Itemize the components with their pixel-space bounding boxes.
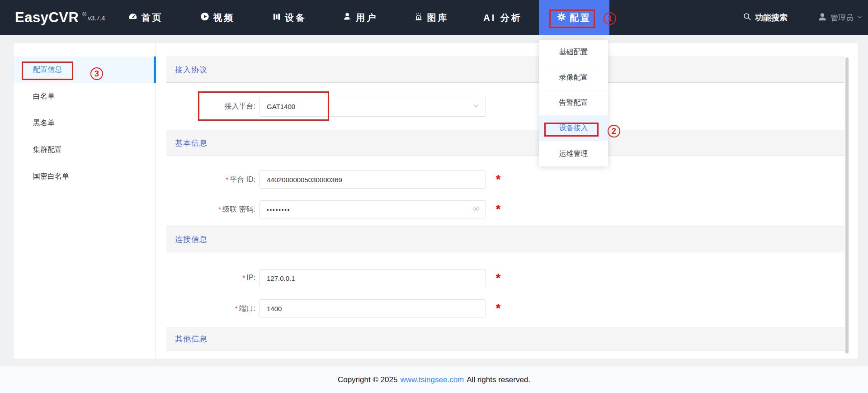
- nav-item-label: AI 分析: [483, 12, 522, 24]
- sidebar-item-blacklist[interactable]: 黑名单: [14, 110, 156, 137]
- nav-item-label: 图库: [427, 12, 449, 24]
- sidebar-item-label: 集群配置: [33, 145, 62, 155]
- platform-id-input[interactable]: 44020000005030000369: [259, 170, 486, 189]
- sidebar-item-label: 黑名单: [33, 118, 55, 128]
- admin-menu[interactable]: 管理员: [817, 0, 863, 35]
- required-asterisk: *: [218, 205, 221, 213]
- platform-id-label: *平台 ID:: [166, 175, 255, 185]
- access-platform-select[interactable]: GAT1400: [259, 96, 486, 117]
- nav-item-video[interactable]: 视频: [200, 0, 235, 35]
- nav-item-label: 首页: [142, 12, 163, 24]
- required-marker: *: [491, 203, 505, 217]
- section-access-protocol: 接入协议: [166, 57, 844, 83]
- nav-item-label: 视频: [213, 12, 235, 24]
- registered-mark: ®: [82, 11, 86, 18]
- input-value: 127.0.0.1: [267, 275, 295, 282]
- nav-item-label: 设备: [285, 12, 307, 24]
- easycvr-config-page: EasyCVR ® v3.7.4 首页 视频 设备 用户: [0, 0, 868, 393]
- gear-icon: [557, 12, 566, 24]
- admin-avatar-icon: [817, 12, 827, 24]
- menu-item-alarm-config[interactable]: 告警配置: [539, 90, 608, 116]
- footer: Copyright © 2025 www.tsingsee.com All ri…: [0, 366, 868, 393]
- device-access-form: 接入协议 接入平台: GAT1400 基本信息 *平台 ID: 44020000…: [156, 43, 858, 359]
- top-navbar: EasyCVR ® v3.7.4 首页 视频 设备 用户: [0, 0, 868, 35]
- play-circle-icon: [200, 12, 210, 24]
- platform-label: 接入平台:: [166, 102, 255, 111]
- app-name: EasyCVR: [15, 9, 79, 26]
- ip-input[interactable]: 127.0.0.1: [259, 269, 486, 287]
- section-title: 接入协议: [175, 65, 208, 75]
- device-bars-icon: [272, 12, 281, 24]
- user-icon: [343, 12, 353, 24]
- port-label: *端口:: [166, 304, 255, 313]
- section-basic-info: 基本信息: [166, 130, 844, 156]
- required-asterisk: *: [243, 274, 245, 281]
- required-asterisk: *: [235, 304, 238, 312]
- chevron-down-icon: [472, 102, 480, 111]
- form-scrollbar[interactable]: [845, 57, 849, 354]
- eye-off-icon[interactable]: [472, 205, 480, 214]
- cascade-password-label: *级联 密码:: [166, 205, 255, 214]
- search-label: 功能搜索: [755, 12, 788, 23]
- section-other-info: 其他信息: [166, 327, 844, 350]
- admin-label: 管理员: [830, 13, 854, 23]
- settings-sidebar: 配置信息 白名单 黑名单 集群配置 国密白名单: [14, 43, 156, 359]
- app-logo[interactable]: EasyCVR ® v3.7.4: [15, 0, 105, 35]
- nav-item-config-active[interactable]: 配置: [539, 0, 609, 35]
- nav-item-label: 用户: [356, 12, 378, 24]
- section-title: 其他信息: [175, 334, 208, 344]
- required-asterisk: *: [226, 175, 228, 183]
- password-dots: ••••••••: [267, 206, 290, 213]
- input-value: 44020000005030000369: [267, 176, 342, 184]
- section-title: 基本信息: [175, 138, 208, 148]
- sidebar-item-gm-whitelist[interactable]: 国密白名单: [14, 163, 156, 190]
- menu-item-device-access[interactable]: 设备接入: [539, 116, 608, 141]
- select-value: GAT1400: [267, 103, 295, 110]
- nav-item-home[interactable]: 首页: [128, 0, 163, 35]
- nav-item-device[interactable]: 设备: [272, 0, 307, 35]
- gallery-beacon-icon: [414, 12, 424, 24]
- nav-item-gallery[interactable]: 图库: [414, 0, 449, 35]
- nav-item-ai-analysis[interactable]: AI 分析: [483, 0, 522, 35]
- sidebar-item-label: 白名单: [33, 92, 55, 101]
- config-dropdown-menu: 基础配置 录像配置 告警配置 设备接入 运维管理: [539, 40, 608, 166]
- required-marker: *: [491, 302, 505, 316]
- function-search[interactable]: 功能搜索: [743, 0, 788, 35]
- sidebar-item-whitelist[interactable]: 白名单: [14, 83, 156, 110]
- required-marker: *: [491, 271, 505, 285]
- sidebar-item-config-info[interactable]: 配置信息: [14, 57, 156, 83]
- nav-item-user[interactable]: 用户: [343, 0, 378, 35]
- chevron-down-icon: [857, 13, 863, 22]
- copyright-suffix: All rights reserved.: [467, 375, 530, 384]
- menu-item-record-config[interactable]: 录像配置: [539, 65, 608, 90]
- sidebar-item-cluster-config[interactable]: 集群配置: [14, 137, 156, 163]
- copyright-prefix: Copyright © 2025: [338, 375, 398, 384]
- nav-item-label: 配置: [570, 12, 591, 24]
- sidebar-item-label: 国密白名单: [33, 172, 69, 181]
- tsingsee-link[interactable]: www.tsingsee.com: [400, 375, 464, 384]
- search-icon: [743, 12, 751, 23]
- port-input[interactable]: 1400: [259, 299, 486, 317]
- required-marker: *: [491, 173, 505, 187]
- menu-item-ops-management[interactable]: 运维管理: [539, 141, 608, 166]
- section-title: 连接信息: [175, 234, 208, 245]
- ip-label: *IP:: [166, 274, 255, 282]
- content-card: 配置信息 白名单 黑名单 集群配置 国密白名单 接入协议: [14, 43, 858, 359]
- dashboard-icon: [128, 12, 138, 24]
- input-value: 1400: [267, 305, 282, 313]
- menu-item-basic-config[interactable]: 基础配置: [539, 40, 608, 65]
- sidebar-item-label: 配置信息: [33, 65, 62, 75]
- section-connection-info: 连接信息: [166, 226, 844, 252]
- cascade-password-input[interactable]: ••••••••: [259, 200, 486, 218]
- app-version: v3.7.4: [88, 14, 105, 22]
